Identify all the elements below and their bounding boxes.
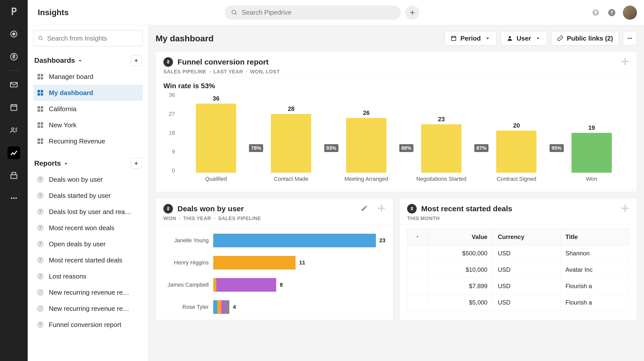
nav-insights-icon[interactable]	[8, 146, 20, 159]
user-filter-button[interactable]: User	[501, 31, 547, 45]
drag-handle[interactable]	[621, 204, 629, 213]
svg-point-30	[629, 38, 630, 39]
report-item[interactable]: Most recent won deals	[33, 220, 143, 236]
value-column[interactable]: Value	[427, 229, 493, 245]
nav-mail-icon[interactable]	[8, 78, 20, 91]
bar-value: 23	[438, 116, 445, 123]
dollar-icon	[37, 257, 44, 264]
period-filter-button[interactable]: Period	[445, 31, 497, 45]
add-report-button[interactable]: +	[131, 158, 142, 169]
bar	[421, 124, 461, 173]
svg-point-8	[11, 197, 12, 199]
recent-deals-table: Value Currency Title $500,000USDShannon$…	[407, 229, 629, 311]
hbar-row[interactable]: Rose Tyler4	[163, 300, 385, 314]
hbar-row[interactable]: Janelle Young23	[163, 234, 385, 247]
dashboard-label: Manager board	[49, 73, 93, 81]
chevron-down-icon	[78, 58, 83, 63]
dashboard-item[interactable]: My dashboard	[33, 85, 143, 101]
nav-deals-icon[interactable]	[8, 50, 20, 63]
nav-products-icon[interactable]	[8, 169, 20, 182]
global-search-input[interactable]	[242, 9, 394, 16]
dollar-icon	[37, 176, 44, 183]
report-item[interactable]: Deals started by user	[33, 188, 143, 204]
public-links-button[interactable]: Public links (2)	[551, 31, 619, 45]
report-item[interactable]: New recurring revenue re…	[33, 300, 143, 317]
hbar-row[interactable]: James Campbell8	[163, 278, 385, 292]
drag-handle[interactable]	[377, 204, 385, 213]
deals-won-chart: Janelle Young23Henry Higgins11James Camp…	[163, 229, 385, 314]
sidebar-search[interactable]	[33, 30, 143, 46]
title-column[interactable]: Title	[560, 229, 629, 245]
add-dashboard-button[interactable]: +	[131, 55, 142, 66]
funnel-stage[interactable]: 28Contact Made93%	[254, 95, 329, 186]
table-row[interactable]: $500,000USDShannon	[407, 245, 629, 262]
drag-handle[interactable]	[621, 57, 629, 67]
funnel-stage[interactable]: 19Won	[554, 95, 629, 186]
edit-button[interactable]	[361, 205, 368, 213]
dashboard-icon	[37, 138, 44, 145]
bar-label: Meeting Arranged	[344, 176, 388, 186]
funnel-chart: 09182736 36Qualified78%28Contact Made93%…	[163, 95, 629, 186]
funnel-stage[interactable]: 23Negotiations Started87%	[404, 95, 479, 186]
add-button[interactable]	[405, 6, 419, 20]
cell-title: Flourish a	[560, 278, 629, 294]
funnel-stage[interactable]: 20Contract Signed95%	[479, 95, 554, 186]
tips-button[interactable]	[591, 8, 601, 18]
dollar-icon	[37, 224, 44, 231]
table-row[interactable]: $5,000USDFlourish a	[407, 294, 629, 311]
nav-calendar-icon[interactable]	[8, 101, 20, 114]
report-item[interactable]: Deals won by user	[33, 171, 143, 188]
report-item[interactable]: New recurring revenue re…	[33, 284, 143, 300]
table-row[interactable]: $10,000USDAvatar Inc	[407, 262, 629, 278]
help-button[interactable]: ?	[607, 8, 617, 18]
funnel-stage[interactable]: 36Qualified78%	[178, 95, 254, 186]
nav-rail	[0, 0, 28, 361]
pipedrive-logo[interactable]	[8, 5, 20, 18]
recur-icon	[37, 305, 44, 312]
hbar-row[interactable]: Henry Higgins11	[163, 256, 385, 269]
recur-icon	[37, 289, 44, 296]
dashboard-item[interactable]: Manager board	[33, 69, 143, 85]
bar-label: Qualified	[205, 176, 227, 186]
bar	[346, 118, 386, 173]
dashboard-icon	[37, 105, 44, 112]
report-item[interactable]: Open deals by user	[33, 236, 143, 252]
global-search[interactable]	[225, 6, 401, 20]
nav-target-icon[interactable]	[8, 28, 20, 40]
recent-deals-title: Most recent started deals	[421, 204, 512, 213]
dashboards-title[interactable]: Dashboards	[34, 56, 83, 65]
dashboard-item[interactable]: Recurring Revenue	[33, 133, 143, 149]
svg-rect-7	[12, 172, 16, 175]
dashboard-icon	[37, 73, 44, 80]
sort-column[interactable]	[407, 229, 427, 245]
deals-won-meta: WONTHIS YEARSALES PIPELINE	[156, 216, 393, 224]
nav-more-icon[interactable]	[8, 192, 20, 204]
dashboard-label: Recurring Revenue	[49, 137, 105, 145]
more-button[interactable]	[623, 31, 637, 45]
user-avatar[interactable]	[623, 6, 637, 20]
recent-deals-card: Most recent started deals THIS MONTH Val…	[399, 198, 637, 320]
dashboard-item[interactable]: New York	[33, 117, 143, 133]
report-item[interactable]: Funnel conversion report	[33, 317, 143, 333]
dashboard-label: California	[49, 105, 77, 113]
currency-column[interactable]: Currency	[493, 229, 560, 245]
search-icon	[231, 9, 238, 16]
reports-section-header: Reports +	[33, 158, 143, 169]
table-row[interactable]: $7,899USDFlourish a	[407, 278, 629, 294]
sidebar-search-input[interactable]	[47, 35, 138, 42]
svg-point-10	[15, 197, 17, 199]
svg-rect-4	[11, 105, 17, 111]
funnel-stage[interactable]: 26Meeting Arranged88%	[329, 95, 404, 186]
hbar-stacked	[213, 300, 229, 314]
report-label: New recurring revenue re…	[49, 305, 129, 313]
reports-title[interactable]: Reports	[34, 159, 68, 167]
page-title: Insights	[38, 8, 69, 17]
report-item[interactable]: Lost reasons	[33, 268, 143, 284]
dollar-badge-icon	[407, 204, 417, 214]
dashboard-item[interactable]: California	[33, 101, 143, 117]
report-item[interactable]: Most recent started deals	[33, 252, 143, 268]
report-item[interactable]: Deals lost by user and rea…	[33, 204, 143, 220]
hbar-fill	[213, 256, 296, 269]
nav-contacts-icon[interactable]	[8, 124, 20, 136]
resize-handle[interactable]: ⋰	[632, 187, 636, 191]
